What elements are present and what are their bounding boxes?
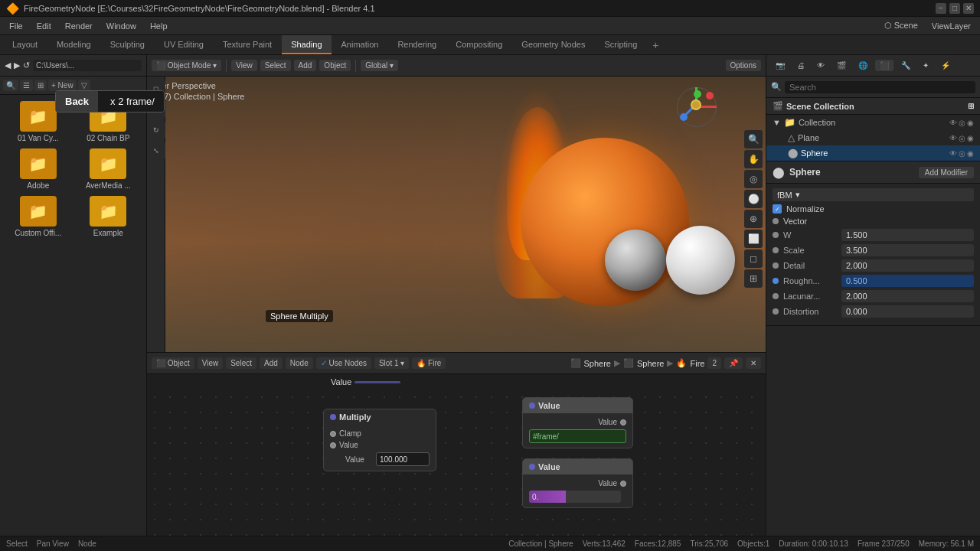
viewport-options-btn[interactable]: Options bbox=[726, 60, 761, 71]
node-slider-row[interactable]: 0. bbox=[523, 489, 632, 504]
viewport-3d[interactable]: User Perspective (237) Collection | Sphe… bbox=[147, 77, 766, 352]
tab-shading[interactable]: Shading bbox=[282, 35, 331, 54]
nav-forward-icon[interactable]: ▶ bbox=[14, 60, 20, 70]
viewport-object-btn[interactable]: Object bbox=[319, 60, 351, 71]
node-add-btn[interactable]: Add bbox=[260, 357, 283, 369]
tab-uv-editing[interactable]: UV Editing bbox=[155, 35, 213, 54]
maximize-button[interactable]: □ bbox=[949, 3, 960, 14]
list-item[interactable]: 📁 Adobe bbox=[6, 148, 70, 190]
slot-selector[interactable]: Slot 1 ▾ bbox=[374, 357, 409, 369]
viewport-wireframe-icon[interactable]: ◻ bbox=[744, 249, 763, 268]
value-slider[interactable]: 0. bbox=[529, 491, 621, 503]
menu-help[interactable]: Help bbox=[144, 20, 174, 32]
node-zoom-btn[interactable]: 2 bbox=[707, 357, 721, 369]
roughness-value[interactable]: 0.500 bbox=[841, 275, 974, 287]
node-text-input-row[interactable] bbox=[523, 428, 632, 445]
render-icon[interactable]: ◉ bbox=[967, 149, 974, 158]
rotate-tool[interactable]: ↻ bbox=[147, 121, 165, 139]
tab-geometry-nodes[interactable]: Geometry Nodes bbox=[512, 35, 594, 54]
render-icon[interactable]: ◉ bbox=[967, 134, 974, 142]
eye-icon[interactable]: 👁 bbox=[949, 134, 957, 142]
add-modifier-button[interactable]: Add Modifier bbox=[919, 167, 974, 178]
path-input[interactable]: C:\Users\... bbox=[33, 60, 142, 71]
fbm-type-selector[interactable]: fBM ▾ bbox=[773, 188, 974, 201]
viewport-snap-icon[interactable]: ⊞ bbox=[744, 269, 763, 288]
close-button[interactable]: ✕ bbox=[963, 3, 974, 14]
node-canvas[interactable]: Multiply Clamp Value Value bbox=[147, 390, 766, 551]
list-item[interactable]: 📁 Custom Offi... bbox=[6, 196, 70, 237]
properties-particles-tab[interactable]: ✦ bbox=[918, 60, 933, 71]
properties-scene-tab[interactable]: 🎬 bbox=[832, 60, 851, 71]
material-selector[interactable]: 🔥 Fire bbox=[412, 357, 446, 369]
node-select-btn[interactable]: Select bbox=[226, 357, 256, 369]
back-button[interactable]: Back bbox=[56, 91, 98, 112]
properties-physics-tab[interactable]: ⚡ bbox=[936, 60, 955, 71]
viewport-hand-tool[interactable]: ✋ bbox=[744, 150, 763, 168]
eye-icon[interactable]: 👁 bbox=[949, 119, 957, 127]
viewport-xray-icon[interactable]: ⬜ bbox=[744, 230, 763, 248]
node-value1[interactable]: Value Value bbox=[522, 397, 633, 448]
menu-file[interactable]: File bbox=[3, 20, 29, 32]
tab-sculpting[interactable]: Sculpting bbox=[101, 35, 154, 54]
tab-scripting[interactable]: Scripting bbox=[595, 35, 646, 54]
viewport-mode-selector[interactable]: ⬛ Object Mode ▾ bbox=[152, 60, 221, 71]
outliner-search-input[interactable] bbox=[785, 81, 975, 93]
list-view-btn[interactable]: ☰ bbox=[20, 80, 33, 91]
nav-back-icon[interactable]: ◀ bbox=[5, 60, 11, 70]
outliner-plane-row[interactable]: △ Plane 👁 ◎ ◉ bbox=[766, 130, 980, 145]
list-item[interactable]: 📁 Example bbox=[77, 196, 141, 237]
menu-render[interactable]: Render bbox=[59, 20, 99, 32]
grid-view-btn[interactable]: ⊞ bbox=[34, 80, 47, 91]
filter-btn[interactable]: ▽ bbox=[78, 80, 90, 91]
eye-icon[interactable]: 👁 bbox=[949, 149, 957, 158]
menu-edit[interactable]: Edit bbox=[31, 20, 57, 32]
tab-texture-paint[interactable]: Texture Paint bbox=[214, 35, 281, 54]
nav-refresh-icon[interactable]: ↺ bbox=[23, 60, 30, 70]
viewport-gizmo[interactable] bbox=[674, 84, 720, 130]
tab-modeling[interactable]: Modeling bbox=[47, 35, 100, 54]
node-value-input-row[interactable]: Value bbox=[324, 451, 436, 468]
viewport-add-btn[interactable]: Add bbox=[294, 60, 317, 71]
view-layer-selector[interactable]: ViewLayer bbox=[926, 20, 977, 32]
lacunarity-value[interactable]: 2.000 bbox=[841, 290, 974, 302]
minimize-button[interactable]: − bbox=[936, 3, 946, 14]
tab-layout[interactable]: Layout bbox=[3, 35, 47, 54]
transform-global-btn[interactable]: Global ▾ bbox=[361, 60, 398, 71]
viewport-render-icon[interactable]: ◎ bbox=[744, 170, 763, 188]
properties-world-tab[interactable]: 🌐 bbox=[854, 60, 872, 71]
node-value2[interactable]: Value Value 0. bbox=[522, 458, 633, 508]
w-value[interactable]: 1.500 bbox=[841, 229, 974, 241]
tab-animation[interactable]: Animation bbox=[332, 35, 388, 54]
add-workspace-button[interactable]: + bbox=[647, 35, 664, 54]
filter-icon[interactable]: ⊞ bbox=[968, 102, 974, 110]
camera-icon[interactable]: ◎ bbox=[959, 119, 965, 127]
viewport-view-btn[interactable]: View bbox=[231, 60, 257, 71]
outliner-sphere-row[interactable]: ⬤ Sphere 👁 ◎ ◉ bbox=[766, 145, 980, 161]
viewport-overlay-icon[interactable]: ⊕ bbox=[744, 210, 763, 228]
viewport-shading-icon[interactable]: ⚪ bbox=[744, 190, 763, 208]
menu-window[interactable]: Window bbox=[100, 20, 142, 32]
tab-rendering[interactable]: Rendering bbox=[388, 35, 446, 54]
properties-object-tab[interactable]: ⬛ bbox=[875, 60, 893, 71]
camera-icon[interactable]: ◎ bbox=[959, 134, 965, 142]
frame-expression-input[interactable] bbox=[529, 429, 626, 443]
detail-value[interactable]: 2.000 bbox=[841, 259, 974, 272]
distortion-value[interactable]: 0.000 bbox=[841, 305, 974, 318]
properties-render-tab[interactable]: 📷 bbox=[771, 60, 789, 71]
node-node-btn[interactable]: Node bbox=[286, 357, 313, 369]
search-toggle[interactable]: 🔍 bbox=[3, 80, 18, 91]
viewport-zoom-tool[interactable]: 🔍 bbox=[744, 130, 763, 148]
node-multiply[interactable]: Multiply Clamp Value Value bbox=[323, 409, 436, 471]
properties-view-tab[interactable]: 👁 bbox=[812, 60, 829, 71]
node-type-btn[interactable]: ⬛ Object bbox=[152, 357, 194, 369]
new-folder-btn[interactable]: + New bbox=[48, 80, 77, 91]
properties-modifier-tab[interactable]: 🔧 bbox=[897, 60, 915, 71]
scene-collection-row[interactable]: ▼ 📁 Collection 👁 ◎ ◉ bbox=[766, 115, 980, 130]
tab-compositing[interactable]: Compositing bbox=[446, 35, 511, 54]
normalize-checkbox[interactable]: ✓ bbox=[773, 204, 782, 214]
node-view-btn[interactable]: View bbox=[198, 357, 224, 369]
render-icon[interactable]: ◉ bbox=[967, 119, 974, 127]
node-pin-btn[interactable]: 📌 bbox=[724, 357, 743, 369]
multiply-value-input[interactable] bbox=[376, 452, 430, 466]
scale-value[interactable]: 3.500 bbox=[841, 244, 974, 256]
